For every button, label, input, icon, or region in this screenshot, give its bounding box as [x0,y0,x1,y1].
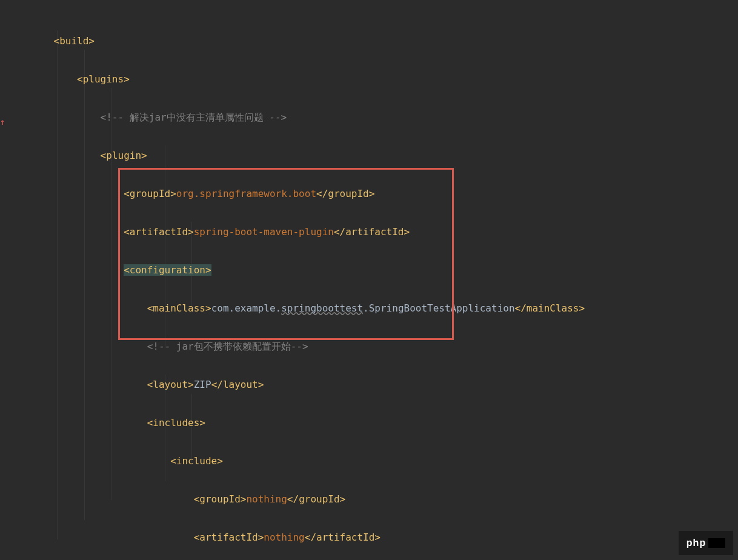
code-line: <include> [30,452,585,471]
code-line: <includes> [30,413,585,433]
code-line: <plugin> [30,146,585,165]
code-line: <groupId>org.springframework.boot</group… [30,184,585,204]
code-line: <artifactId>nothing</artifactId> [30,528,585,547]
matched-tag-open: <configuration> [124,264,211,276]
code-line: <layout>ZIP</layout> [30,375,585,395]
code-line: <artifactId>spring-boot-maven-plugin</ar… [30,222,585,242]
code-line: <configuration> [30,261,585,280]
code-editor-content[interactable]: <build> <plugins> <!-- 解决jar中没有主清单属性问题 -… [30,12,585,560]
code-line: <groupId>nothing</groupId> [30,490,585,509]
code-line: <!-- 解决jar中没有主清单属性问题 --> [30,108,585,127]
watermark-badge: php [679,531,733,555]
code-line: <build> [30,32,585,51]
watermark-block-icon [708,538,725,548]
code-line: <mainClass>com.example.springboottest.Sp… [30,299,585,318]
vcs-change-arrow-icon: ↑ [0,113,5,132]
code-line: <!-- jar包不携带依赖配置开始--> [30,337,585,356]
code-line: <plugins> [30,70,585,89]
editor-gutter: ↑ [0,0,30,560]
